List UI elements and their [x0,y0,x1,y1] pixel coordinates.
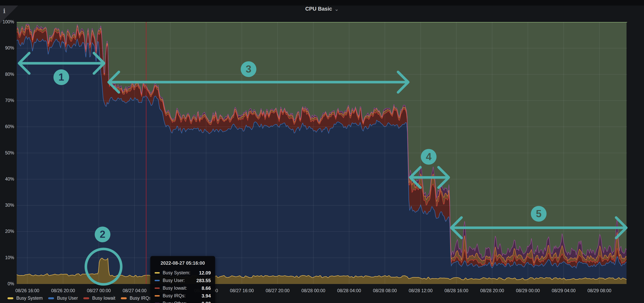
legend-swatch-icon [121,297,127,299]
grafana-panel-cpu-basic: CPU Basic ⌄ i 100%90%80%70%60%50%40%30%2… [0,0,644,303]
panel-title: CPU Basic [305,6,332,12]
info-icon: i [3,8,6,14]
y-axis-label: 40% [0,176,14,182]
tooltip-timestamp: 2022-08-27 05:16:00 [154,260,211,266]
legend-label: Busy User [57,296,78,301]
tooltip-series-label: Busy IRQs: [163,293,186,298]
panel-title-menu[interactable]: CPU Basic ⌄ [305,6,339,12]
top-strip [0,0,644,6]
tooltip-series-value: 8.66 [202,286,211,291]
x-axis-label: 08/29 08:00 [588,288,612,293]
x-axis-label: 08/28 12:00 [409,288,432,293]
legend-item-busy-user[interactable]: Busy User [48,296,78,301]
y-axis-label: 70% [0,98,14,103]
tooltip-row: Busy Iowait:8.66 [154,284,211,292]
tooltip-series-value: 283.55 [196,278,211,283]
tooltip-series-label: Busy Iowait: [163,286,187,291]
cpu-usage-chart[interactable] [17,22,627,284]
y-axis-label: 20% [0,229,14,234]
tooltip-series-label: Busy System: [163,270,190,276]
legend-label: Busy IRQs [130,296,151,301]
x-axis-label: 08/29 04:00 [552,288,576,293]
legend-swatch-icon [8,297,13,299]
legend-label: Busy System [16,296,43,301]
series-swatch-icon [154,280,160,281]
x-axis-label: 08/28 04:00 [337,288,361,293]
series-swatch-icon [154,295,160,296]
tooltip-series-value: 0.80 [202,301,211,303]
legend-label: Busy Iowait [92,296,115,301]
legend-item-busy-system[interactable]: Busy System [8,296,43,301]
series-swatch-icon [154,272,160,274]
tooltip-row: Busy System:12.09 [154,269,211,277]
tooltip-series-label: Busy Other: [163,301,186,303]
y-axis-label: 0% [0,281,14,286]
y-axis-label: 50% [0,150,14,156]
legend-swatch-icon [48,297,54,299]
x-axis-label: 08/28 16:00 [444,288,468,293]
series-swatch-icon [154,288,160,289]
x-axis-label: 08/27 04:00 [122,288,146,293]
y-axis-label: 80% [0,72,14,77]
x-axis-label: 08/27 20:00 [266,288,290,293]
x-axis-label: 08/28 08:00 [373,288,397,293]
tooltip-row: Busy IRQs:3.94 [154,292,211,300]
x-axis-label: 08/26 20:00 [51,288,75,293]
hover-tooltip: 2022-08-27 05:16:00 Busy System:12.09Bus… [150,256,215,303]
chevron-down-icon: ⌄ [334,8,339,10]
y-axis-label: 30% [0,202,14,208]
y-axis-label: 90% [0,46,14,51]
y-axis-label: 60% [0,124,14,129]
legend: Busy SystemBusy UserBusy IowaitBusy IRQs [8,296,151,301]
tooltip-row: Busy Other:0.80 [154,300,211,303]
x-axis-label: 08/28 20:00 [480,288,504,293]
tooltip-series-value: 12.09 [199,270,211,276]
tooltip-series-value: 3.94 [202,293,211,299]
legend-item-busy-iowait[interactable]: Busy Iowait [83,296,115,301]
x-axis-label: 08/27 16:00 [230,288,254,293]
legend-item-busy-irqs[interactable]: Busy IRQs [121,296,151,301]
legend-swatch-icon [83,297,89,299]
x-axis-label: 08/29 00:00 [516,288,540,293]
panel-header: CPU Basic ⌄ [0,6,644,12]
tooltip-series-label: Busy User: [163,278,185,283]
tooltip-row: Busy User:283.55 [154,277,211,284]
x-axis-label: 08/27 00:00 [87,288,111,293]
x-axis-label: 08/28 00:00 [301,288,325,293]
y-axis-label: 10% [0,255,14,260]
x-axis-label: 08/26 16:00 [15,288,39,293]
y-axis-label: 100% [0,19,14,24]
